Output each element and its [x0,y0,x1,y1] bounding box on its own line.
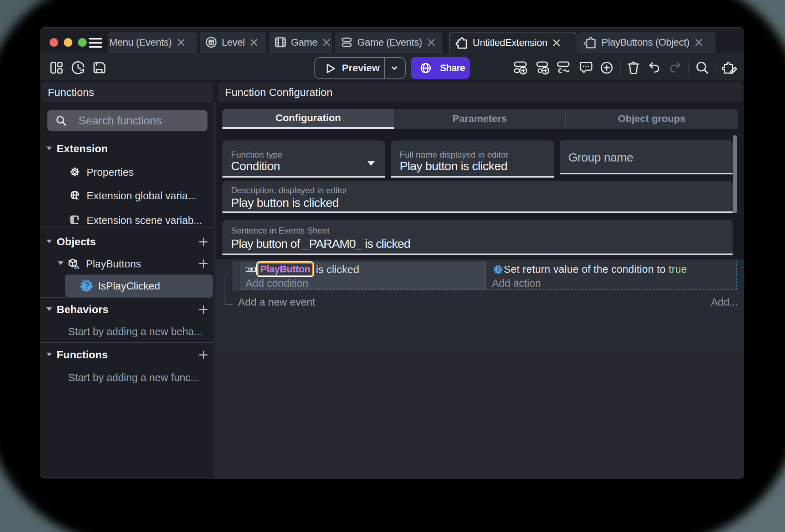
svg-text:2D: 2D [74,266,79,270]
svg-text:?: ? [84,281,89,291]
